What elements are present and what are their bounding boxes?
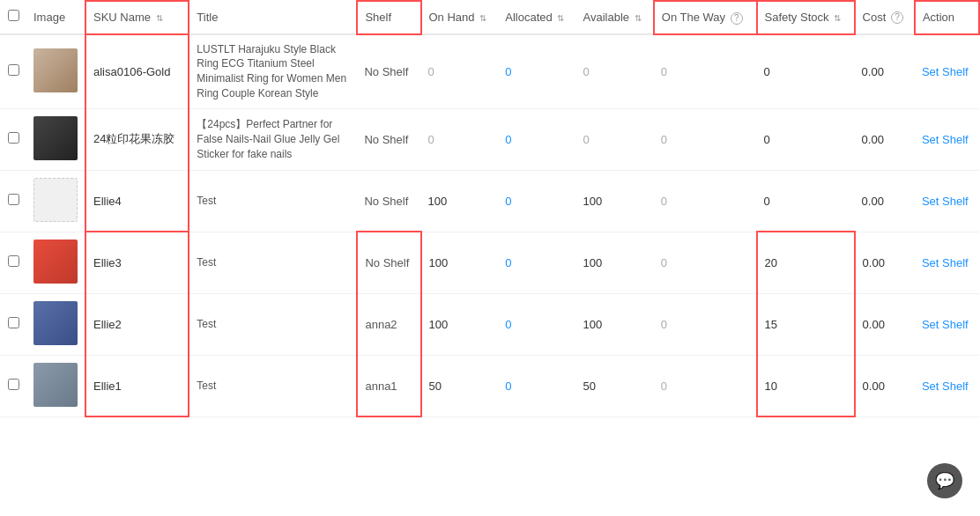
row-cost: 0.00 <box>855 108 915 170</box>
row-available: 100 <box>576 293 654 355</box>
row-safety-stock: 20 <box>757 232 855 293</box>
row-cost: 0.00 <box>855 170 915 232</box>
row-title: Test <box>189 170 357 232</box>
row-checkbox-cell <box>0 34 26 109</box>
set-shelf-link[interactable]: Set Shelf <box>922 380 969 393</box>
row-action: Set Shelf <box>915 34 979 109</box>
on-the-way-help-icon[interactable]: ? <box>731 12 743 25</box>
row-checkbox[interactable] <box>8 194 19 205</box>
row-checkbox[interactable] <box>8 64 19 76</box>
row-allocated: 0 <box>498 34 575 109</box>
row-safety-stock: 10 <box>757 355 855 416</box>
header-image: Image <box>26 1 85 34</box>
row-cost: 0.00 <box>855 232 915 293</box>
header-on-the-way: On The Way ? <box>654 1 757 34</box>
row-title: LUSTLT Harajuku Style Black Ring ECG Tit… <box>189 34 357 109</box>
row-on-hand: 100 <box>421 293 499 355</box>
title-label: Title <box>197 11 218 24</box>
row-shelf: No Shelf <box>357 232 420 293</box>
row-on-hand: 100 <box>421 232 499 293</box>
image-label: Image <box>33 11 65 24</box>
row-safety-stock: 0 <box>757 34 855 109</box>
row-shelf: anna1 <box>357 355 420 416</box>
sku-sort-icon: ⇅ <box>156 13 163 23</box>
set-shelf-link[interactable]: Set Shelf <box>922 256 969 269</box>
cost-help-icon[interactable]: ? <box>891 11 903 24</box>
row-sku-name: 24粒印花果冻胶 <box>85 108 189 170</box>
row-on-hand: 0 <box>421 108 499 170</box>
row-title: Test <box>189 355 357 416</box>
row-allocated: 0 <box>498 355 575 416</box>
row-safety-stock: 15 <box>757 293 855 355</box>
shelf-label: Shelf <box>365 11 391 24</box>
row-checkbox[interactable] <box>8 379 19 390</box>
row-cost: 0.00 <box>855 293 915 355</box>
row-allocated: 0 <box>498 232 575 293</box>
row-sku-name: Ellie2 <box>85 293 189 355</box>
table-row: Ellie3 Test No Shelf 100 0 100 0 20 0.00… <box>0 232 979 293</box>
row-sku-name: Ellie4 <box>85 170 189 232</box>
row-checkbox[interactable] <box>8 317 19 328</box>
header-available[interactable]: Available ⇅ <box>576 1 654 34</box>
row-on-hand: 0 <box>421 34 499 109</box>
row-on-the-way: 0 <box>654 34 757 109</box>
row-shelf: No Shelf <box>357 108 420 170</box>
set-shelf-link[interactable]: Set Shelf <box>922 65 969 78</box>
row-image <box>26 232 85 293</box>
action-label: Action <box>923 11 954 24</box>
header-safety-stock[interactable]: Safety Stock ⇅ <box>757 1 855 34</box>
header-on-hand[interactable]: On Hand ⇅ <box>421 1 499 34</box>
row-action: Set Shelf <box>915 170 979 232</box>
sku-name-label: SKU Name <box>93 11 151 24</box>
row-image <box>26 34 85 109</box>
row-title: Test <box>189 232 357 293</box>
set-shelf-link[interactable]: Set Shelf <box>922 195 969 208</box>
table-row: 24粒印花果冻胶 【24pcs】Perfect Partner for Fals… <box>0 108 979 170</box>
header-cost: Cost ? <box>855 1 915 34</box>
row-shelf: No Shelf <box>357 34 420 109</box>
row-shelf: No Shelf <box>357 170 420 232</box>
row-allocated: 0 <box>498 293 575 355</box>
header-allocated[interactable]: Allocated ⇅ <box>498 1 575 34</box>
row-checkbox-cell <box>0 355 26 416</box>
row-image <box>26 293 85 355</box>
row-checkbox[interactable] <box>8 132 19 144</box>
available-sort-icon: ⇅ <box>635 13 642 23</box>
row-on-the-way: 0 <box>654 232 757 293</box>
row-sku-name: alisa0106-Gold <box>85 34 189 109</box>
on-the-way-label: On The Way <box>662 11 725 24</box>
row-image <box>26 170 85 232</box>
row-cost: 0.00 <box>855 355 915 416</box>
row-on-hand: 50 <box>421 355 499 416</box>
available-label: Available <box>583 11 630 24</box>
on-hand-sort-icon: ⇅ <box>479 13 486 23</box>
select-all-checkbox[interactable] <box>8 10 19 21</box>
row-available: 50 <box>576 355 654 416</box>
row-checkbox[interactable] <box>8 255 19 267</box>
row-checkbox-cell <box>0 293 26 355</box>
allocated-label: Allocated <box>505 11 552 24</box>
row-allocated: 0 <box>498 108 575 170</box>
row-checkbox-cell <box>0 232 26 293</box>
header-title: Title <box>189 1 357 34</box>
row-available: 0 <box>576 108 654 170</box>
on-hand-label: On Hand <box>429 11 475 24</box>
row-title: 【24pcs】Perfect Partner for False Nails-N… <box>189 108 357 170</box>
row-safety-stock: 0 <box>757 170 855 232</box>
row-shelf: anna2 <box>357 293 420 355</box>
row-checkbox-cell <box>0 170 26 232</box>
safety-stock-label: Safety Stock <box>765 11 829 24</box>
safety-sort-icon: ⇅ <box>834 13 841 23</box>
row-image <box>26 355 85 416</box>
header-sku-name[interactable]: SKU Name ⇅ <box>85 1 189 34</box>
set-shelf-link[interactable]: Set Shelf <box>922 133 969 146</box>
row-on-hand: 100 <box>421 170 499 232</box>
row-available: 100 <box>576 232 654 293</box>
inventory-table-container: Image SKU Name ⇅ Title Shelf On Hand ⇅ A <box>0 0 980 417</box>
row-checkbox-cell <box>0 108 26 170</box>
table-body: alisa0106-Gold LUSTLT Harajuku Style Bla… <box>0 34 979 417</box>
table-row: Ellie4 Test No Shelf 100 0 100 0 0 0.00 … <box>0 170 979 232</box>
row-available: 100 <box>576 170 654 232</box>
set-shelf-link[interactable]: Set Shelf <box>922 318 969 331</box>
row-title: Test <box>189 293 357 355</box>
